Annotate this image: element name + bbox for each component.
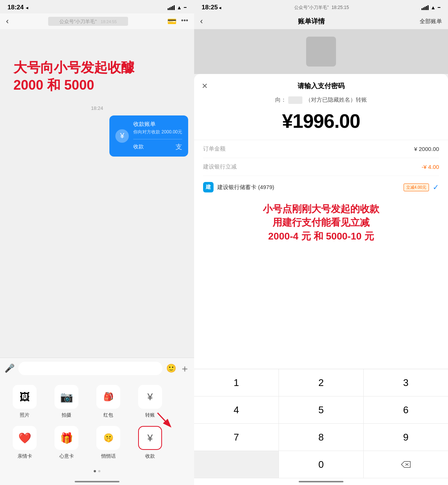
numpad-key-5[interactable]: 5	[279, 396, 364, 423]
bubble-action[interactable]: 收款	[133, 143, 144, 150]
annotation-right-line2: 用建行支付能看见立减	[203, 216, 439, 229]
emoji-icon[interactable]: 🙂	[166, 364, 176, 373]
family-card-icon-box: ❤️	[13, 426, 37, 450]
bottom-menu: 🖼 照片 📷 拍摄 🎒 红包 ¥ 转账 ❤️ 亲情卡	[0, 379, 194, 478]
numpad-key-empty	[194, 451, 279, 478]
wallet-icon[interactable]: 💳	[167, 17, 177, 26]
bubble-footer: 收款 支	[133, 139, 182, 151]
numpad: 1 2 3 4 5 6 7 8 9 0	[194, 369, 448, 478]
menu-item-camera[interactable]: 📷 拍摄	[48, 385, 85, 418]
numpad-delete-key[interactable]	[364, 451, 448, 478]
numpad-row-1: 1 2 3	[194, 369, 448, 396]
menu-item-whisper[interactable]: 🤫 悄悄话	[90, 426, 127, 460]
chat-bubble-container: ¥ 收款账单 你向对方收款 2000.00元 收款 支	[6, 115, 188, 157]
numpad-row-4: 0	[194, 451, 448, 478]
menu-item-collect[interactable]: ¥ 收款	[131, 426, 169, 460]
menu-pagination	[6, 467, 188, 478]
annotation-right-line3: 2000-4 元 和 5000-10 元	[203, 229, 439, 243]
wifi-icon-left: ▲	[177, 4, 182, 10]
order-discount-value: -¥ 4.00	[421, 164, 439, 170]
collect-icon-box: ¥	[138, 426, 162, 450]
nav-bar-right: ‹ 账单详情 全部账单	[194, 13, 448, 29]
avatar-placeholder	[306, 37, 336, 67]
order-amount-label: 订单金额	[203, 145, 225, 152]
chat-content: 大号向小号发起收醵 2000 和 5000 18:24 ¥ 收款账单 你向对方收…	[0, 29, 194, 358]
status-icons-left: ▲	[168, 4, 187, 10]
bank-name: 建设银行储蓄卡 (4979)	[217, 184, 398, 191]
gift-card-icon-box: 🎁	[55, 426, 78, 450]
back-icon-left[interactable]: ‹	[6, 16, 9, 26]
bubble-logo: 支	[175, 142, 182, 151]
battery-icon-right	[438, 7, 441, 8]
modal-close-button[interactable]: ✕	[202, 81, 208, 90]
location-icon-left: ◂	[26, 5, 28, 10]
numpad-key-0[interactable]: 0	[279, 451, 364, 478]
photo-icon-box: 🖼	[13, 385, 37, 409]
photo-label: 照片	[20, 412, 29, 418]
check-icon: ✓	[433, 183, 439, 192]
menu-item-photo[interactable]: 🖼 照片	[6, 385, 43, 418]
numpad-key-6[interactable]: 6	[364, 396, 448, 423]
status-icons-right: ▲	[421, 4, 441, 10]
microphone-icon[interactable]: 🎤	[4, 364, 15, 373]
recipient-label: 向：	[275, 96, 286, 103]
signal-bars-left	[168, 5, 175, 10]
camera-icon-box: 📷	[55, 385, 78, 409]
numpad-key-4[interactable]: 4	[194, 396, 279, 423]
left-panel: 18:24 ◂ ▲ ‹ 公众号"小刀羊毛" 18:24:55 💳 •••	[0, 0, 194, 485]
add-icon[interactable]: ＋	[180, 362, 190, 375]
order-row-discount: 建设银行立减 -¥ 4.00	[203, 158, 439, 176]
numpad-key-1[interactable]: 1	[194, 369, 279, 396]
discount-badge: 立减4.00元	[404, 183, 429, 191]
bubble-text: 收款账单 你向对方收款 2000.00元 收款 支	[133, 121, 182, 151]
payment-amount: ¥1996.00	[194, 106, 448, 140]
numpad-row-3: 7 8 9	[194, 424, 448, 451]
order-amount-value: ¥ 2000.00	[414, 146, 439, 152]
right-annotation: 小号点刚刚大号发起的收款 用建行支付能看见立减 2000-4 元 和 5000-…	[194, 198, 448, 247]
transfer-label: 转账	[145, 412, 155, 418]
all-bills-link[interactable]: 全部账单	[420, 18, 442, 25]
numpad-key-3[interactable]: 3	[364, 369, 448, 396]
public-account-right: 公众号"小刀羊毛" 18:25:15	[294, 4, 349, 11]
location-icon-right: ◂	[219, 5, 221, 10]
bubble-subtitle: 你向对方收款 2000.00元	[133, 129, 182, 135]
recipient-suffix: （对方已隐藏姓名）转账	[305, 96, 367, 103]
modal-title: 请输入支付密码	[298, 81, 345, 90]
home-indicator-right	[194, 478, 448, 485]
chat-bubble[interactable]: ¥ 收款账单 你向对方收款 2000.00元 收款 支	[109, 115, 188, 157]
redpacket-icon-box: 🎒	[96, 385, 120, 409]
nav-bar-left: ‹ 公众号"小刀羊毛" 18:24:55 💳 •••	[0, 13, 194, 29]
nav-icons-right-area: 💳 •••	[167, 17, 188, 26]
gift-card-label: 心意卡	[59, 453, 74, 460]
whisper-icon-box: 🤫	[96, 426, 120, 450]
menu-item-redpacket[interactable]: 🎒 红包	[90, 385, 127, 418]
menu-item-gift-card[interactable]: 🎁 心意卡	[48, 426, 85, 460]
payment-method[interactable]: 建 建设银行储蓄卡 (4979) 立减4.00元 ✓	[194, 176, 448, 198]
more-icon-left[interactable]: •••	[181, 17, 188, 26]
avatar-area	[194, 29, 448, 74]
numpad-row-2: 4 5 6	[194, 396, 448, 424]
nav-title-right: 账单详情	[298, 17, 325, 26]
svg-line-0	[158, 413, 170, 426]
left-annotation: 大号向小号发起收醵 2000 和 5000	[13, 59, 188, 94]
transfer-icon-box: ¥	[138, 385, 162, 409]
chat-input-field[interactable]	[18, 362, 162, 375]
status-bar-left: 18:24 ◂ ▲	[0, 0, 194, 13]
dot-1	[94, 470, 96, 472]
wifi-icon-right: ▲	[430, 4, 436, 10]
recipient-line: 向： （对方已隐藏姓名）转账	[194, 94, 448, 106]
order-row-amount: 订单金额 ¥ 2000.00	[203, 140, 439, 158]
menu-row-2: ❤️ 亲情卡 🎁 心意卡 🤫 悄悄话 ¥	[6, 426, 188, 460]
numpad-key-8[interactable]: 8	[279, 424, 364, 451]
order-details: 订单金额 ¥ 2000.00 建设银行立减 -¥ 4.00	[194, 140, 448, 176]
camera-label: 拍摄	[62, 412, 71, 418]
numpad-key-2[interactable]: 2	[279, 369, 364, 396]
menu-item-family-card[interactable]: ❤️ 亲情卡	[6, 426, 43, 460]
back-icon-right[interactable]: ‹	[200, 16, 203, 26]
numpad-key-9[interactable]: 9	[364, 424, 448, 451]
signal-bars-right	[421, 5, 429, 10]
annotation-line2: 2000 和 5000	[13, 77, 188, 94]
redpacket-label: 红包	[103, 412, 113, 418]
battery-icon-left	[184, 7, 187, 8]
numpad-key-7[interactable]: 7	[194, 424, 279, 451]
